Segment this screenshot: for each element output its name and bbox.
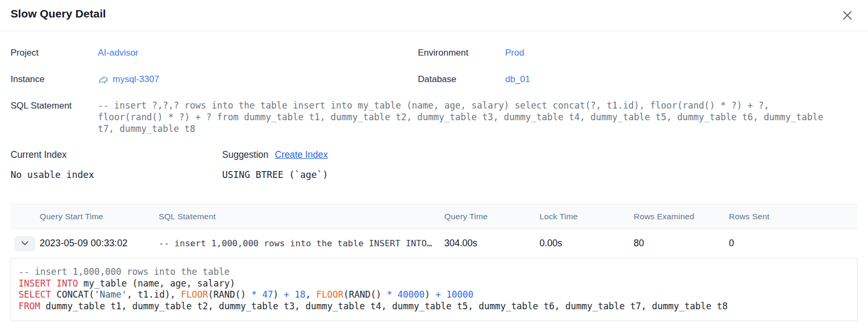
database-link[interactable]: db_01 <box>505 74 530 84</box>
query-info-section: Project AI-advisor Environment Prod Inst… <box>11 47 857 135</box>
sql-code-line: -- insert 1,000,000 rows into the table <box>19 266 849 278</box>
column-header: SQL Statement <box>159 212 444 221</box>
column-header: Query Start Time <box>40 212 159 221</box>
column-header: Rows Sent <box>729 212 857 221</box>
close-icon <box>842 10 853 21</box>
database-label: Database <box>418 73 505 86</box>
cell-query-time: 304.00s <box>444 238 540 249</box>
suggestion-value: USING BTREE (`age`) <box>222 168 857 181</box>
index-section: Current Index Suggestion Create Index No… <box>11 148 857 181</box>
environment-link[interactable]: Prod <box>505 48 524 58</box>
column-header: Lock Time <box>540 212 634 221</box>
current-index-value: No usable index <box>11 168 222 181</box>
project-link[interactable]: AI-advisor <box>98 48 139 58</box>
slow-query-detail-dialog: Slow Query Detail Project AI-advisor Env… <box>0 0 868 321</box>
close-button[interactable] <box>839 8 855 22</box>
create-index-link[interactable]: Create Index <box>275 149 328 160</box>
dialog-header: Slow Query Detail <box>0 0 868 31</box>
suggestion-label: Suggestion <box>222 148 269 161</box>
current-index-label: Current Index <box>11 148 222 161</box>
cell-rows-examined: 80 <box>634 238 729 249</box>
collapse-row-button[interactable] <box>15 236 35 251</box>
sql-code-line: SELECT CONCAT('Name', t1.id), FLOOR(RAND… <box>19 289 849 301</box>
cell-query-start-time: 2023-05-09 00:33:02 <box>40 238 159 249</box>
column-header: Rows Examined <box>634 212 729 221</box>
table-header-row: Query Start TimeSQL StatementQuery TimeL… <box>11 204 857 229</box>
dialog-title: Slow Query Detail <box>11 7 106 20</box>
cell-lock-time: 0.00s <box>540 238 634 249</box>
sql-statement-value: -- insert ?,?,? rows into the table inse… <box>98 100 857 135</box>
dialog-body: Project AI-advisor Environment Prod Inst… <box>0 47 868 321</box>
table-row[interactable]: 2023-05-09 00:33:02 -- insert 1,000,000 … <box>11 229 857 258</box>
mysql-dolphin-icon <box>98 74 109 85</box>
sql-code-line: FROM dummy_table t1, dummy_table t2, dum… <box>19 301 849 312</box>
cell-sql-statement: -- insert 1,000,000 rows into the table … <box>159 238 444 248</box>
slow-query-table: Query Start TimeSQL StatementQuery TimeL… <box>11 204 857 321</box>
instance-link[interactable]: mysql-3307 <box>113 73 159 86</box>
chevron-down-icon <box>21 239 29 247</box>
environment-label: Environment <box>418 47 505 59</box>
instance-label: Instance <box>11 73 98 86</box>
sql-code-line: INSERT INTO my_table (name, age, salary) <box>19 278 849 290</box>
expanded-sql-panel: -- insert 1,000,000 rows into the tableI… <box>11 258 857 321</box>
sql-statement-label: SQL Statement <box>11 100 98 112</box>
cell-rows-sent: 0 <box>729 238 857 249</box>
project-label: Project <box>11 47 98 59</box>
column-header: Query Time <box>444 212 540 221</box>
